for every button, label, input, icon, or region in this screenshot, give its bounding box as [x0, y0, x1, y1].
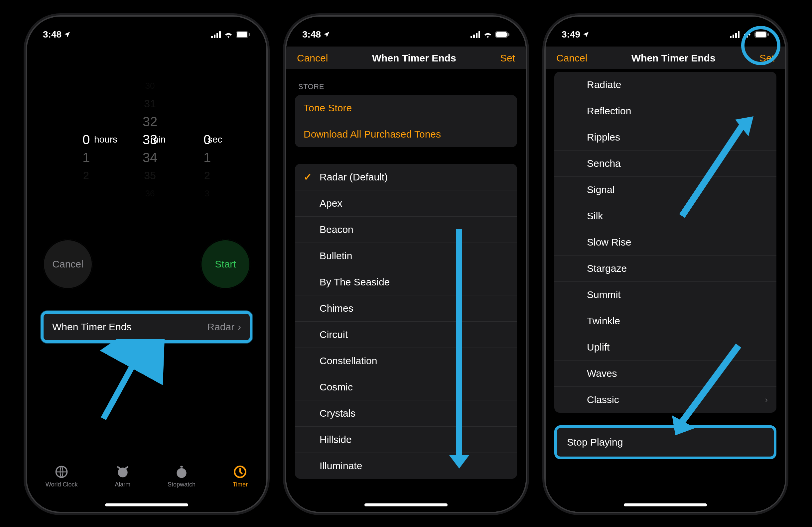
time-picker[interactable]: 0 1 2 hours 30 31 32 33 34 35 36 min [27, 46, 266, 232]
svg-rect-23 [735, 33, 737, 38]
battery-icon [236, 31, 250, 38]
check-icon: ✓ [304, 171, 314, 183]
tone-item[interactable]: Beacon [295, 216, 517, 243]
svg-rect-13 [470, 36, 472, 38]
svg-rect-24 [738, 31, 740, 38]
tone-item[interactable]: ✓Radar (Default) [295, 164, 517, 190]
tone-item-classic[interactable]: Classic› [554, 387, 777, 413]
notch [105, 17, 188, 33]
wifi-icon [224, 31, 233, 38]
home-indicator[interactable] [105, 503, 188, 507]
tone-item[interactable]: Sencha [554, 150, 777, 177]
svg-rect-1 [214, 34, 216, 38]
store-section-header: STORE [298, 82, 514, 91]
location-icon [582, 31, 590, 38]
tab-world-clock[interactable]: World Clock [46, 465, 78, 488]
tone-item[interactable]: Hillside [295, 426, 517, 453]
phone-tone-list: 3:48 Cancel When Timer Ends Set STORE To… [286, 17, 526, 512]
svg-rect-2 [216, 33, 218, 38]
notch [624, 17, 707, 33]
status-time: 3:49 [562, 29, 580, 40]
sec-label: sec [208, 134, 222, 145]
phone-timer: 3:48 0 1 [27, 17, 266, 512]
tones-group: RadiateReflectionRipplesSenchaSignalSilk… [554, 72, 777, 413]
tone-item[interactable]: Silk [554, 203, 777, 229]
tone-item[interactable]: Summit [554, 282, 777, 308]
svg-rect-22 [733, 34, 734, 38]
tab-stopwatch[interactable]: Stopwatch [168, 465, 195, 488]
when-ends-label: When Timer Ends [52, 321, 131, 333]
download-all-link[interactable]: Download All Purchased Tones [295, 121, 517, 147]
svg-rect-19 [508, 33, 509, 36]
svg-rect-27 [767, 33, 769, 36]
tone-item[interactable]: Stargaze [554, 255, 777, 282]
tone-item[interactable]: Apex [295, 190, 517, 216]
phone-tone-list-bottom: 3:49 Cancel When Timer Ends Set RadiateR… [546, 17, 785, 512]
wifi-icon [742, 31, 752, 38]
tone-item[interactable]: Crystals [295, 400, 517, 426]
tone-item[interactable]: Signal [554, 177, 777, 203]
svg-rect-14 [473, 34, 475, 38]
cellular-icon [730, 31, 740, 38]
picker-seconds[interactable]: 0 1 2 3 sec [197, 77, 217, 202]
home-indicator[interactable] [624, 503, 707, 507]
tab-alarm[interactable]: Alarm [115, 465, 130, 488]
set-link[interactable]: Set [500, 52, 515, 64]
tone-store-link[interactable]: Tone Store [295, 95, 517, 121]
stop-playing-row[interactable]: Stop Playing [554, 425, 777, 459]
store-group: Tone Store Download All Purchased Tones [295, 95, 517, 147]
svg-rect-16 [478, 31, 480, 38]
battery-icon [754, 31, 769, 38]
svg-rect-26 [755, 32, 766, 37]
picker-hours[interactable]: 0 1 2 hours [76, 77, 96, 202]
svg-point-9 [177, 468, 186, 478]
when-timer-ends-row[interactable]: When Timer Ends Radar › [41, 311, 252, 343]
status-time: 3:48 [302, 29, 321, 40]
tone-picker-screen: Cancel When Timer Ends Set STORE Tone St… [286, 17, 526, 512]
modal-header: Cancel When Timer Ends Set [546, 46, 785, 69]
tone-item[interactable]: Constellation [295, 348, 517, 374]
svg-rect-0 [211, 36, 213, 38]
tone-item[interactable]: Bulletin [295, 243, 517, 269]
modal-title: When Timer Ends [372, 52, 456, 64]
tone-item[interactable]: Illuminate [295, 453, 517, 479]
tone-item[interactable]: Circuit [295, 321, 517, 348]
tone-item[interactable]: Twinkle [554, 308, 777, 334]
svg-point-8 [118, 468, 127, 477]
tone-item[interactable]: Ripples [554, 124, 777, 150]
modal-title: When Timer Ends [632, 52, 715, 64]
svg-rect-6 [249, 33, 250, 36]
cancel-link[interactable]: Cancel [297, 52, 328, 64]
picker-minutes[interactable]: 30 31 32 33 34 35 36 min [140, 77, 160, 202]
start-button[interactable]: Start [201, 239, 250, 289]
chevron-right-icon: › [765, 395, 768, 405]
tone-item[interactable]: Slow Rise [554, 229, 777, 255]
location-icon [63, 31, 71, 38]
when-ends-value: Radar [207, 321, 234, 333]
svg-rect-15 [476, 33, 478, 38]
set-link[interactable]: Set [759, 52, 774, 64]
cancel-link[interactable]: Cancel [556, 52, 587, 64]
tone-item[interactable]: Uplift [554, 334, 777, 360]
svg-rect-3 [219, 31, 221, 38]
tab-timer[interactable]: Timer [233, 465, 248, 488]
svg-rect-5 [237, 32, 247, 37]
tone-item[interactable]: Waves [554, 360, 777, 387]
tone-item[interactable]: Radiate [554, 72, 777, 98]
chevron-right-icon: › [238, 321, 241, 333]
tone-item[interactable]: Reflection [554, 98, 777, 124]
tones-group: ✓Radar (Default)ApexBeaconBulletinBy The… [295, 164, 517, 479]
status-time: 3:48 [43, 29, 61, 40]
home-indicator[interactable] [364, 503, 448, 507]
cancel-button[interactable]: Cancel [43, 239, 93, 289]
hours-label: hours [94, 134, 117, 145]
tone-picker-screen-scrolled: Cancel When Timer Ends Set RadiateReflec… [546, 17, 785, 512]
svg-rect-18 [496, 32, 507, 37]
min-label: min [150, 134, 165, 145]
cellular-icon [211, 31, 221, 38]
tone-item[interactable]: Chimes [295, 295, 517, 321]
svg-rect-10 [180, 466, 183, 468]
tone-item[interactable]: By The Seaside [295, 269, 517, 295]
tone-item[interactable]: Cosmic [295, 374, 517, 400]
notch [364, 17, 448, 33]
